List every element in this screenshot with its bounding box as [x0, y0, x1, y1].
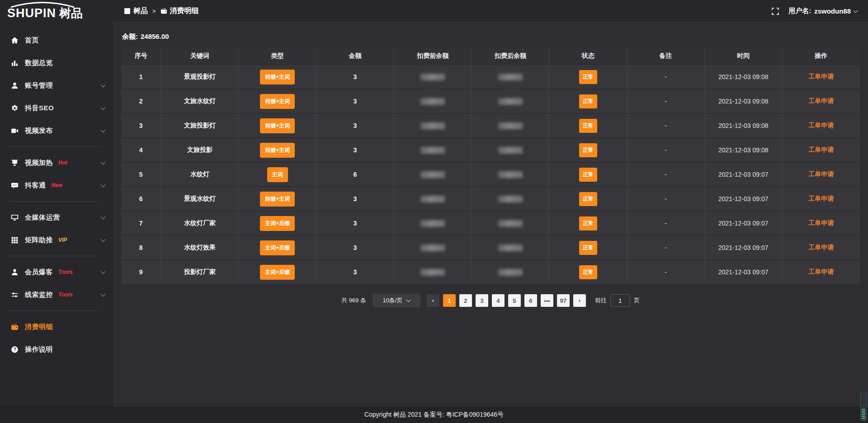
sidebar-item-member-burst[interactable]: 会员爆客Tools: [0, 261, 113, 283]
work-order-link[interactable]: 工单申请: [808, 146, 834, 153]
work-order-link[interactable]: 工单申请: [808, 122, 834, 129]
user-menu[interactable]: 用户名: zswodun88: [788, 7, 857, 15]
sidebar-item-video-heating[interactable]: 视频加热Hot: [0, 151, 113, 174]
pre-balance-cell: [394, 211, 472, 235]
sidebar-item-label: 会员爆客: [25, 268, 53, 277]
breadcrumb-separator: >: [152, 8, 156, 14]
top-header: SHUPIN 树品 树品>消费明细 用户名: zswodun88: [0, 0, 868, 23]
next-page-button[interactable]: ›: [573, 294, 586, 307]
type-badge: 主词+后缀: [260, 240, 295, 255]
table-row: 9投影灯厂家主词+后缀3正常-2021-12-03 09:07工单申请: [121, 260, 860, 284]
page-button-1[interactable]: 1: [443, 294, 456, 307]
sidebar-item-home[interactable]: 首页: [0, 29, 113, 52]
svg-text:?: ?: [13, 347, 16, 352]
blurred-value: [498, 220, 523, 227]
amount-cell: 3: [316, 65, 394, 89]
work-order-link[interactable]: 工单申请: [808, 195, 834, 202]
breadcrumb-label: 树品: [133, 6, 148, 16]
logo-text-en: SHUPIN: [7, 6, 56, 20]
sidebar-item-account-management[interactable]: 账号管理: [0, 74, 113, 97]
user-icon: [11, 82, 19, 89]
time-cell: 2021-12-03 09:08: [704, 138, 782, 162]
column-header: 关键词: [161, 47, 239, 65]
sidebar-item-media-operation[interactable]: 全媒体运营: [0, 206, 113, 229]
action-cell: 工单申请: [782, 260, 860, 284]
page-size-select[interactable]: 10条/页: [373, 294, 420, 307]
sidebar-item-matrix-boost[interactable]: 矩阵助推VIP: [0, 229, 113, 251]
post-balance-cell: [472, 162, 549, 187]
page-button-2[interactable]: 2: [459, 294, 472, 307]
breadcrumb-item-consumption-detail[interactable]: 消费明细: [160, 6, 199, 16]
blurred-value: [498, 74, 523, 80]
table-row: 4文旅投影前缀+主词3正常-2021-12-03 09:08工单申请: [121, 138, 860, 162]
type-badge: 主词+后缀: [260, 265, 295, 280]
work-order-link[interactable]: 工单申请: [808, 244, 834, 251]
sidebar-item-douketong[interactable]: 抖客通New: [0, 174, 113, 197]
question-icon: ?: [11, 346, 19, 353]
pre-balance-cell: [394, 89, 472, 113]
balance-value: 24856.00: [141, 33, 169, 40]
sidebar-item-label: 操作说明: [25, 345, 53, 354]
fullscreen-icon[interactable]: [771, 7, 779, 15]
table-row: 2文旅水纹灯前缀+主词3正常-2021-12-03 09:08工单申请: [121, 89, 860, 113]
work-order-link[interactable]: 工单申请: [808, 219, 834, 226]
bar-chart-icon: [11, 59, 19, 67]
status-cell: 正常: [549, 260, 627, 284]
goto-suffix: 页: [634, 296, 640, 305]
page-button-6[interactable]: 6: [524, 294, 537, 307]
username-value: zswodun88: [814, 7, 851, 15]
amount-cell: 3: [316, 138, 394, 162]
page-ellipsis-button[interactable]: •••: [541, 294, 553, 307]
row-index: 7: [121, 211, 161, 235]
row-index: 4: [121, 138, 161, 162]
sidebar-item-clue-monitor[interactable]: 线索监控Tools: [0, 283, 113, 306]
sidebar-item-instructions[interactable]: ?操作说明: [0, 338, 113, 361]
time-cell: 2021-12-03 09:07: [704, 187, 782, 211]
post-balance-cell: [472, 89, 549, 113]
work-order-link[interactable]: 工单申请: [808, 268, 834, 275]
action-cell: 工单申请: [782, 187, 860, 211]
work-order-link[interactable]: 工单申请: [808, 73, 834, 80]
sidebar-item-douyin-seo[interactable]: 抖音SEO: [0, 97, 113, 119]
status-cell: 正常: [549, 113, 627, 138]
copyright-text: Copyright 树品 2021 备案号: 粤ICP备09019646号: [364, 411, 504, 419]
work-order-link[interactable]: 工单申请: [808, 97, 834, 104]
dashboard-icon: [124, 8, 131, 14]
table-row: 6景观水纹灯前缀+主词3正常-2021-12-03 09:07工单申请: [121, 187, 860, 211]
post-balance-cell: [472, 260, 549, 284]
sidebar-item-data-overview[interactable]: 数据总览: [0, 52, 113, 74]
table-row: 7水纹灯厂家主词+后缀3正常-2021-12-03 09:07工单申请: [121, 211, 860, 235]
sidebar-item-tag: Hot: [58, 160, 67, 166]
sidebar-item-video-publish[interactable]: 视频发布: [0, 119, 113, 142]
status-badge: 正常: [579, 216, 597, 230]
page-button-3[interactable]: 3: [476, 294, 488, 307]
type-cell: 主词+后缀: [239, 235, 316, 260]
blurred-value: [498, 244, 523, 251]
time-cell: 2021-12-03 09:07: [704, 235, 782, 260]
chevron-down-icon: [406, 298, 411, 302]
sidebar-item-label: 线索监控: [25, 291, 53, 299]
action-cell: 工单申请: [782, 89, 860, 113]
chevron-down-icon: [100, 214, 105, 219]
sidebar-item-tag: VIP: [58, 237, 67, 243]
goto-page-input[interactable]: [610, 294, 630, 307]
page-button-97[interactable]: 97: [557, 294, 570, 307]
keyword-cell: 景观投影灯: [161, 65, 239, 89]
type-cell: 主词: [239, 162, 316, 187]
blurred-value: [420, 74, 445, 80]
pagination: 共 969 条 10条/页 ‹123456•••97› 前往 页: [121, 294, 860, 307]
page-button-5[interactable]: 5: [508, 294, 521, 307]
prev-page-button[interactable]: ‹: [427, 294, 439, 307]
sidebar-item-label: 消费明细: [25, 323, 53, 331]
sliders-icon: [11, 291, 19, 299]
page-button-4[interactable]: 4: [492, 294, 505, 307]
breadcrumb-item-shupin[interactable]: 树品: [124, 6, 148, 16]
work-order-link[interactable]: 工单申请: [808, 170, 834, 178]
amount-cell: 3: [316, 187, 394, 211]
floating-widget[interactable]: [860, 392, 867, 421]
post-balance-cell: [472, 65, 549, 89]
column-header: 状态: [549, 47, 627, 65]
sidebar: 首页数据总览账号管理抖音SEO视频发布视频加热Hot抖客通New全媒体运营矩阵助…: [0, 23, 113, 407]
sidebar-item-consumption-detail[interactable]: 消费明细: [0, 315, 113, 338]
type-cell: 前缀+主词: [239, 89, 316, 113]
